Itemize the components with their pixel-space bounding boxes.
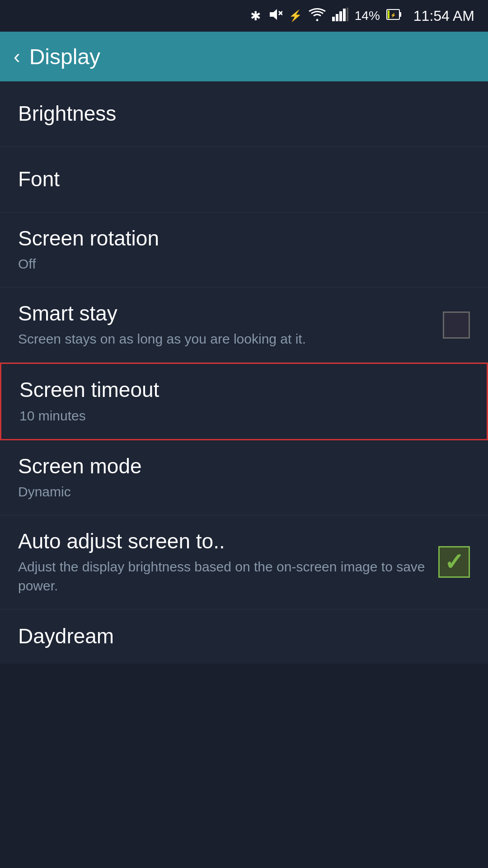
screen-rotation-subtitle: Off bbox=[18, 255, 470, 274]
font-content: Font bbox=[18, 167, 470, 192]
daydream-title: Daydream bbox=[18, 624, 470, 649]
screen-mode-subtitle: Dynamic bbox=[18, 482, 470, 501]
mute-icon bbox=[267, 7, 282, 25]
daydream-content: Daydream bbox=[18, 624, 470, 649]
vibrate-icon: ⚡ bbox=[289, 9, 302, 22]
svg-rect-10 bbox=[388, 10, 389, 19]
time-display: 11:54 AM bbox=[413, 8, 474, 24]
settings-item-screen-mode[interactable]: Screen mode Dynamic bbox=[0, 440, 488, 515]
svg-rect-9 bbox=[399, 12, 401, 17]
font-title: Font bbox=[18, 167, 470, 192]
signal-bars-icon bbox=[332, 8, 348, 24]
auto-adjust-title: Auto adjust screen to.. bbox=[18, 529, 429, 554]
screen-mode-title: Screen mode bbox=[18, 454, 470, 479]
settings-item-daydream[interactable]: Daydream bbox=[0, 609, 488, 664]
auto-adjust-subtitle: Adjust the display brightness based on t… bbox=[18, 557, 429, 595]
auto-adjust-content: Auto adjust screen to.. Adjust the displ… bbox=[18, 529, 429, 595]
brightness-title: Brightness bbox=[18, 101, 470, 126]
settings-item-smart-stay[interactable]: Smart stay Screen stays on as long as yo… bbox=[0, 288, 488, 363]
svg-rect-6 bbox=[343, 9, 346, 21]
screen-rotation-content: Screen rotation Off bbox=[18, 226, 470, 274]
screen-rotation-title: Screen rotation bbox=[18, 226, 470, 251]
battery-icon: ⚡ bbox=[386, 8, 402, 24]
svg-marker-0 bbox=[270, 9, 277, 20]
smart-stay-content: Smart stay Screen stays on as long as yo… bbox=[18, 301, 434, 349]
brightness-content: Brightness bbox=[18, 101, 470, 126]
svg-rect-5 bbox=[339, 11, 342, 21]
settings-item-brightness[interactable]: Brightness bbox=[0, 81, 488, 147]
back-button[interactable]: ‹ bbox=[14, 45, 20, 68]
wifi-icon bbox=[309, 8, 326, 24]
screen-timeout-subtitle: 10 minutes bbox=[19, 406, 469, 425]
settings-item-screen-rotation[interactable]: Screen rotation Off bbox=[0, 212, 488, 288]
smart-stay-right bbox=[443, 311, 470, 339]
status-bar: ✱ ⚡ bbox=[0, 0, 488, 32]
svg-text:⚡: ⚡ bbox=[390, 12, 396, 18]
battery-level: 14% bbox=[355, 9, 380, 23]
smart-stay-subtitle: Screen stays on as long as you are looki… bbox=[18, 330, 434, 349]
screen-timeout-title: Screen timeout bbox=[19, 377, 469, 402]
settings-item-font[interactable]: Font bbox=[0, 147, 488, 212]
settings-item-screen-timeout[interactable]: Screen timeout 10 minutes bbox=[0, 363, 488, 440]
auto-adjust-checkbox[interactable]: ✓ bbox=[438, 546, 470, 578]
svg-rect-4 bbox=[336, 14, 338, 21]
settings-list: Brightness Font Screen rotation Off Smar… bbox=[0, 81, 488, 664]
display-header: ‹ Display bbox=[0, 32, 488, 81]
smart-stay-title: Smart stay bbox=[18, 301, 434, 326]
checkmark-icon: ✓ bbox=[444, 550, 464, 574]
status-icons: ✱ ⚡ bbox=[250, 7, 402, 25]
page-title: Display bbox=[29, 44, 100, 69]
svg-rect-7 bbox=[347, 8, 348, 21]
screen-timeout-content: Screen timeout 10 minutes bbox=[19, 377, 469, 425]
auto-adjust-right: ✓ bbox=[438, 546, 470, 578]
svg-rect-3 bbox=[332, 17, 335, 21]
screen-mode-content: Screen mode Dynamic bbox=[18, 454, 470, 501]
bluetooth-icon: ✱ bbox=[250, 9, 261, 24]
smart-stay-checkbox[interactable] bbox=[443, 311, 470, 339]
settings-item-auto-adjust[interactable]: Auto adjust screen to.. Adjust the displ… bbox=[0, 515, 488, 609]
